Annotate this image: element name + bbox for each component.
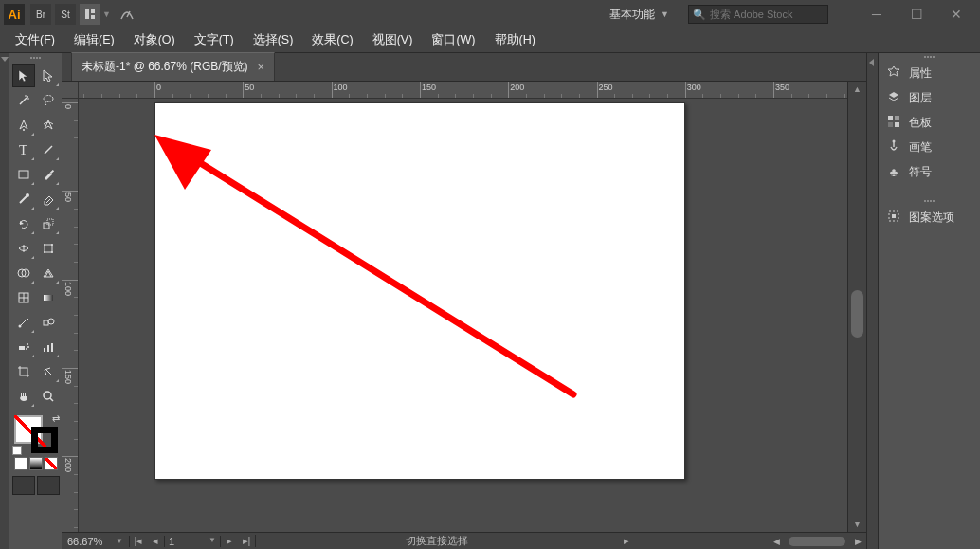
- ruler-origin[interactable]: [62, 82, 79, 99]
- panel-layers[interactable]: 图层: [879, 85, 980, 110]
- symbol-sprayer-tool[interactable]: [12, 336, 35, 358]
- prev-artboard-button[interactable]: ◂: [147, 535, 164, 547]
- mesh-tool[interactable]: [12, 286, 35, 309]
- canvas-area[interactable]: [79, 99, 847, 532]
- slice-tool[interactable]: [37, 360, 60, 383]
- svg-point-5: [27, 96, 28, 98]
- screen-mode-button[interactable]: [37, 476, 60, 495]
- artboard-index: 1: [169, 536, 174, 547]
- perspective-grid-tool[interactable]: [37, 262, 60, 284]
- menu-edit[interactable]: 编辑(E): [64, 28, 124, 52]
- curvature-tool[interactable]: [37, 114, 60, 137]
- color-mode-button[interactable]: [14, 457, 27, 470]
- hand-tool[interactable]: [12, 385, 35, 408]
- arrange-documents-button[interactable]: [80, 4, 100, 25]
- stock-launch-button[interactable]: St: [55, 4, 76, 25]
- panel-brushes[interactable]: 画笔: [879, 135, 980, 159]
- swap-fill-stroke-icon[interactable]: ⇄: [52, 413, 60, 424]
- tab-close-icon[interactable]: ×: [258, 60, 265, 74]
- chevron-down-icon: ▼: [661, 9, 669, 19]
- artboard[interactable]: [154, 102, 685, 480]
- gradient-mode-button[interactable]: [29, 457, 43, 470]
- scroll-left-icon[interactable]: ◀: [768, 537, 785, 546]
- window-minimize-button[interactable]: ─: [857, 0, 897, 28]
- svg-point-35: [26, 348, 27, 350]
- first-artboard-button[interactable]: |◂: [130, 535, 147, 547]
- width-tool[interactable]: [12, 237, 35, 260]
- line-segment-tool[interactable]: [37, 138, 60, 161]
- next-artboard-button[interactable]: ▸: [221, 535, 238, 547]
- free-transform-tool[interactable]: [37, 237, 60, 260]
- shaper-tool[interactable]: [12, 188, 35, 210]
- vertical-ruler[interactable]: 050100150200250300: [62, 99, 79, 532]
- artboard-index-field[interactable]: 1 ▼: [164, 536, 221, 547]
- scale-tool[interactable]: [37, 212, 60, 235]
- gpu-perf-button[interactable]: [117, 4, 137, 25]
- type-tool[interactable]: T: [12, 138, 35, 161]
- control-panel-collapse-strip[interactable]: [0, 53, 9, 549]
- svg-rect-18: [45, 245, 52, 252]
- rectangle-tool[interactable]: [12, 163, 35, 186]
- window-maximize-button[interactable]: ☐: [897, 0, 936, 28]
- selection-tool[interactable]: [12, 64, 35, 87]
- zoom-tool[interactable]: [37, 385, 60, 408]
- svg-rect-0: [85, 9, 89, 19]
- horizontal-ruler[interactable]: 050100150200250300350400: [79, 82, 847, 99]
- draw-mode-button[interactable]: [12, 476, 35, 495]
- svg-point-52: [893, 139, 896, 142]
- default-fill-stroke-icon[interactable]: [12, 446, 22, 455]
- window-close-button[interactable]: ✕: [936, 0, 976, 28]
- status-menu-icon[interactable]: ▸: [618, 535, 635, 547]
- svg-point-34: [27, 346, 29, 348]
- svg-rect-38: [51, 343, 53, 352]
- paintbrush-tool[interactable]: [37, 163, 60, 186]
- last-artboard-button[interactable]: ▸|: [238, 535, 255, 547]
- artboard-tool[interactable]: [12, 360, 35, 383]
- none-mode-button[interactable]: [45, 457, 58, 470]
- svg-point-21: [44, 251, 45, 253]
- menu-window[interactable]: 窗口(W): [422, 28, 484, 52]
- shape-builder-tool[interactable]: [12, 262, 35, 284]
- right-panel-collapse-strip[interactable]: [866, 53, 878, 549]
- horizontal-scroll-thumb[interactable]: [789, 537, 845, 546]
- rotate-tool[interactable]: [12, 212, 35, 235]
- panel-label: 图层: [909, 90, 932, 106]
- lasso-tool[interactable]: [37, 89, 60, 112]
- gradient-tool[interactable]: [37, 286, 60, 309]
- zoom-level-field[interactable]: 66.67% ▼: [62, 536, 130, 547]
- column-graph-tool[interactable]: [37, 336, 60, 358]
- panel-symbols[interactable]: ♣ 符号: [879, 159, 980, 184]
- swatches-icon: [886, 115, 901, 131]
- zoom-value: 66.67%: [67, 536, 102, 547]
- stroke-color[interactable]: [31, 427, 58, 453]
- menu-view[interactable]: 视图(V): [363, 28, 423, 52]
- panel-pattern-options[interactable]: 图案选项: [879, 205, 980, 229]
- blend-tool[interactable]: [37, 311, 60, 334]
- direct-selection-tool[interactable]: [37, 64, 60, 87]
- bridge-launch-button[interactable]: Br: [30, 4, 51, 25]
- fill-stroke-swatch[interactable]: ⇄: [12, 413, 60, 455]
- app-logo: Ai: [4, 4, 25, 25]
- pen-tool[interactable]: [12, 114, 35, 137]
- menu-select[interactable]: 选择(S): [244, 28, 303, 52]
- right-panel-dock: 属性 图层 色板 画笔 ♣ 符号: [878, 53, 980, 549]
- panel-swatches[interactable]: 色板: [879, 110, 980, 135]
- scroll-right-icon[interactable]: ▶: [849, 537, 866, 546]
- workspace-switcher[interactable]: 基本功能 ▼: [600, 5, 679, 25]
- menu-file[interactable]: 文件(F): [6, 28, 64, 52]
- scroll-down-icon[interactable]: ▼: [848, 517, 866, 532]
- menu-object[interactable]: 对象(O): [124, 28, 185, 52]
- vertical-scroll-thumb[interactable]: [851, 290, 863, 338]
- workspace-label: 基本功能: [609, 7, 655, 23]
- document-tab[interactable]: 未标题-1* @ 66.67% (RGB/预览) ×: [71, 52, 275, 81]
- eyedropper-tool[interactable]: [12, 311, 35, 334]
- vertical-scrollbar[interactable]: ▲ ▼: [847, 82, 866, 532]
- menu-effect[interactable]: 效果(C): [302, 28, 362, 52]
- magic-wand-tool[interactable]: [12, 89, 35, 112]
- scroll-up-icon[interactable]: ▲: [848, 82, 866, 97]
- menu-help[interactable]: 帮助(H): [485, 28, 545, 52]
- panel-properties[interactable]: 属性: [879, 61, 980, 85]
- stock-search-input[interactable]: 🔍 搜索 Adobe Stock: [688, 5, 828, 24]
- eraser-tool[interactable]: [37, 188, 60, 210]
- menu-type[interactable]: 文字(T): [185, 28, 244, 52]
